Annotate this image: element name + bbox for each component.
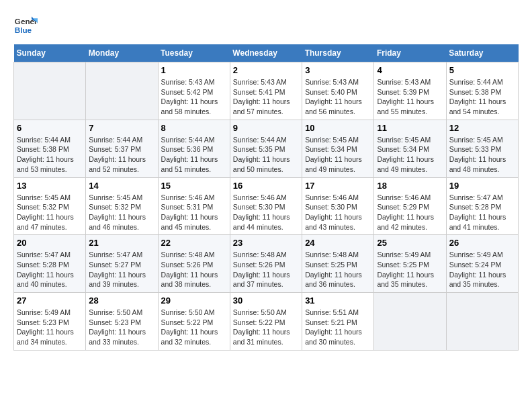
daylight-hours: Daylight: 11 hours and 33 minutes. (89, 328, 146, 346)
week-row-5: 27Sunrise: 5:49 AMSunset: 5:23 PMDayligh… (14, 293, 519, 351)
day-number: 6 (17, 123, 83, 133)
daylight-hours: Daylight: 11 hours and 52 minutes. (89, 155, 146, 173)
daylight-hours: Daylight: 11 hours and 54 minutes. (449, 97, 506, 116)
day-number: 26 (449, 238, 515, 248)
calendar-cell: 17Sunrise: 5:46 AMSunset: 5:30 PMDayligh… (302, 177, 374, 235)
daylight-hours: Daylight: 11 hours and 48 minutes. (449, 155, 506, 173)
day-info: Sunrise: 5:49 AMSunset: 5:25 PMDaylight:… (377, 250, 443, 289)
day-number: 3 (305, 65, 371, 75)
daylight-hours: Daylight: 11 hours and 42 minutes. (377, 213, 434, 231)
calendar-cell (14, 62, 86, 120)
day-number: 2 (233, 65, 299, 75)
day-info: Sunrise: 5:43 AMSunset: 5:42 PMDaylight:… (161, 77, 227, 117)
logo-icon: General Blue (13, 13, 38, 38)
day-number: 20 (17, 238, 83, 248)
calendar-cell (446, 293, 518, 351)
calendar-cell: 12Sunrise: 5:45 AMSunset: 5:33 PMDayligh… (446, 120, 518, 177)
day-info: Sunrise: 5:50 AMSunset: 5:22 PMDaylight:… (161, 308, 227, 347)
day-info: Sunrise: 5:48 AMSunset: 5:26 PMDaylight:… (233, 250, 299, 289)
weekday-header-thursday: Thursday (302, 44, 374, 62)
day-info: Sunrise: 5:49 AMSunset: 5:24 PMDaylight:… (449, 250, 515, 289)
day-info: Sunrise: 5:48 AMSunset: 5:26 PMDaylight:… (161, 250, 227, 289)
calendar-cell: 24Sunrise: 5:48 AMSunset: 5:25 PMDayligh… (302, 235, 374, 293)
day-info: Sunrise: 5:48 AMSunset: 5:25 PMDaylight:… (305, 250, 371, 289)
weekday-header-saturday: Saturday (446, 44, 518, 62)
day-info: Sunrise: 5:50 AMSunset: 5:22 PMDaylight:… (233, 308, 299, 347)
calendar-cell: 11Sunrise: 5:45 AMSunset: 5:34 PMDayligh… (374, 120, 446, 177)
daylight-hours: Daylight: 11 hours and 49 minutes. (377, 155, 434, 173)
day-info: Sunrise: 5:47 AMSunset: 5:28 PMDaylight:… (17, 250, 83, 289)
weekday-header-tuesday: Tuesday (158, 44, 230, 62)
week-row-2: 6Sunrise: 5:44 AMSunset: 5:38 PMDaylight… (14, 120, 519, 177)
calendar-cell: 27Sunrise: 5:49 AMSunset: 5:23 PMDayligh… (14, 293, 86, 351)
day-number: 23 (233, 238, 299, 248)
daylight-hours: Daylight: 11 hours and 30 minutes. (305, 328, 362, 346)
day-info: Sunrise: 5:44 AMSunset: 5:35 PMDaylight:… (233, 135, 299, 175)
calendar-cell: 18Sunrise: 5:46 AMSunset: 5:29 PMDayligh… (374, 177, 446, 235)
calendar-cell: 31Sunrise: 5:51 AMSunset: 5:21 PMDayligh… (302, 293, 374, 351)
daylight-hours: Daylight: 11 hours and 39 minutes. (89, 271, 146, 289)
day-number: 13 (17, 181, 83, 191)
day-info: Sunrise: 5:45 AMSunset: 5:34 PMDaylight:… (377, 135, 443, 175)
page-header: General Blue (13, 13, 519, 38)
day-number: 11 (377, 123, 443, 133)
day-number: 21 (89, 238, 154, 248)
day-info: Sunrise: 5:43 AMSunset: 5:41 PMDaylight:… (233, 77, 299, 117)
calendar-cell: 25Sunrise: 5:49 AMSunset: 5:25 PMDayligh… (374, 235, 446, 293)
day-info: Sunrise: 5:43 AMSunset: 5:40 PMDaylight:… (305, 77, 371, 117)
day-info: Sunrise: 5:45 AMSunset: 5:34 PMDaylight:… (305, 135, 371, 175)
day-number: 4 (377, 65, 443, 75)
day-info: Sunrise: 5:47 AMSunset: 5:27 PMDaylight:… (89, 250, 154, 289)
calendar-cell: 5Sunrise: 5:44 AMSunset: 5:38 PMDaylight… (446, 62, 518, 120)
daylight-hours: Daylight: 11 hours and 51 minutes. (161, 155, 218, 173)
logo: General Blue (13, 13, 40, 38)
svg-text:General: General (15, 17, 38, 26)
day-number: 7 (89, 123, 154, 133)
daylight-hours: Daylight: 11 hours and 55 minutes. (377, 97, 434, 116)
calendar-cell: 7Sunrise: 5:44 AMSunset: 5:37 PMDaylight… (86, 120, 158, 177)
calendar-cell: 4Sunrise: 5:43 AMSunset: 5:39 PMDaylight… (374, 62, 446, 120)
day-info: Sunrise: 5:44 AMSunset: 5:37 PMDaylight:… (89, 135, 154, 175)
weekday-header-monday: Monday (86, 44, 158, 62)
day-number: 8 (161, 123, 227, 133)
daylight-hours: Daylight: 11 hours and 43 minutes. (305, 213, 362, 231)
day-info: Sunrise: 5:46 AMSunset: 5:30 PMDaylight:… (233, 193, 299, 232)
calendar-cell: 30Sunrise: 5:50 AMSunset: 5:22 PMDayligh… (230, 293, 302, 351)
daylight-hours: Daylight: 11 hours and 38 minutes. (161, 271, 218, 289)
day-number: 25 (377, 238, 443, 248)
daylight-hours: Daylight: 11 hours and 44 minutes. (233, 213, 290, 231)
calendar-cell: 8Sunrise: 5:44 AMSunset: 5:36 PMDaylight… (158, 120, 230, 177)
daylight-hours: Daylight: 11 hours and 41 minutes. (449, 213, 506, 231)
daylight-hours: Daylight: 11 hours and 37 minutes. (233, 271, 290, 289)
day-number: 27 (17, 295, 83, 306)
day-info: Sunrise: 5:46 AMSunset: 5:29 PMDaylight:… (377, 193, 443, 232)
calendar-cell: 10Sunrise: 5:45 AMSunset: 5:34 PMDayligh… (302, 120, 374, 177)
day-info: Sunrise: 5:44 AMSunset: 5:38 PMDaylight:… (17, 135, 83, 175)
day-info: Sunrise: 5:45 AMSunset: 5:33 PMDaylight:… (449, 135, 515, 175)
day-number: 18 (377, 181, 443, 191)
calendar-cell: 3Sunrise: 5:43 AMSunset: 5:40 PMDaylight… (302, 62, 374, 120)
calendar-cell: 21Sunrise: 5:47 AMSunset: 5:27 PMDayligh… (86, 235, 158, 293)
calendar-cell: 20Sunrise: 5:47 AMSunset: 5:28 PMDayligh… (14, 235, 86, 293)
calendar-cell: 14Sunrise: 5:45 AMSunset: 5:32 PMDayligh… (86, 177, 158, 235)
day-number: 16 (233, 181, 299, 191)
day-number: 24 (305, 238, 371, 248)
calendar-cell: 19Sunrise: 5:47 AMSunset: 5:28 PMDayligh… (446, 177, 518, 235)
week-row-4: 20Sunrise: 5:47 AMSunset: 5:28 PMDayligh… (14, 235, 519, 293)
calendar-cell: 6Sunrise: 5:44 AMSunset: 5:38 PMDaylight… (14, 120, 86, 177)
day-info: Sunrise: 5:51 AMSunset: 5:21 PMDaylight:… (305, 308, 371, 347)
weekday-header-sunday: Sunday (14, 44, 86, 62)
day-info: Sunrise: 5:46 AMSunset: 5:31 PMDaylight:… (161, 193, 227, 232)
day-info: Sunrise: 5:45 AMSunset: 5:32 PMDaylight:… (89, 193, 154, 232)
day-info: Sunrise: 5:44 AMSunset: 5:36 PMDaylight:… (161, 135, 227, 175)
daylight-hours: Daylight: 11 hours and 58 minutes. (161, 97, 218, 116)
day-info: Sunrise: 5:43 AMSunset: 5:39 PMDaylight:… (377, 77, 443, 117)
daylight-hours: Daylight: 11 hours and 50 minutes. (233, 155, 290, 173)
daylight-hours: Daylight: 11 hours and 46 minutes. (89, 213, 146, 231)
calendar-table: SundayMondayTuesdayWednesdayThursdayFrid… (13, 44, 519, 351)
day-number: 28 (89, 295, 154, 306)
daylight-hours: Daylight: 11 hours and 35 minutes. (377, 271, 434, 289)
day-info: Sunrise: 5:45 AMSunset: 5:32 PMDaylight:… (17, 193, 83, 232)
day-info: Sunrise: 5:46 AMSunset: 5:30 PMDaylight:… (305, 193, 371, 232)
calendar-cell (374, 293, 446, 351)
